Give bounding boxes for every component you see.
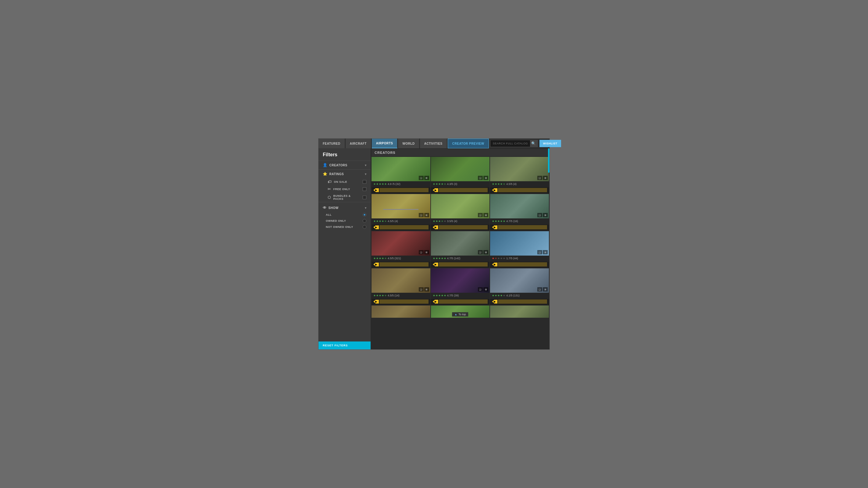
bundle-icon: ⬡ [328, 195, 331, 199]
item-4-ctrl-2[interactable]: ⊞ [424, 213, 429, 217]
item-2-info: ★ ★ ★ ★ ★ 4.3/5 (3) [431, 181, 490, 187]
show-owned-label: OWNED ONLY [326, 219, 346, 222]
star-4: ★ [441, 183, 443, 186]
show-not-owned-option[interactable]: NOT OWNED ONLY [318, 224, 371, 230]
tab-aircraft[interactable]: AIRCRAFT [346, 139, 371, 148]
filter-creators-label: CREATORS [330, 164, 347, 167]
catalog-grid: CREATORS ◲ ⊞ ★ ★ ★ [371, 148, 550, 318]
catalog-item-7[interactable]: ◲ ⊞ ★ ★ ★ ★ ★ [372, 231, 430, 268]
item-4-thumbnail: ◲ ⊞ [372, 194, 430, 219]
item-9-ctrl-1[interactable]: ◲ [537, 250, 542, 254]
catalog-item-9[interactable]: ◲ ⊞ ★ ★ ★ ★ ★ [490, 231, 549, 268]
wishlist-button[interactable]: WISHLIST [539, 140, 561, 147]
item-5-ctrl-2[interactable]: ⊞ [484, 213, 488, 217]
item-8-thumbnail: ◲ ⊞ [431, 231, 490, 256]
item-6-ctrl-2[interactable]: ⊞ [543, 213, 548, 217]
tab-airports[interactable]: AIRPORTS [372, 139, 398, 148]
filter-creators-header[interactable]: 👤 CREATORS ▾ [318, 161, 371, 169]
catalog-item-13[interactable] [372, 305, 430, 318]
tab-world[interactable]: WORLD [398, 139, 419, 148]
item-1-rating: ★ ★ ★ ★ ★ 4.9 /5 (32) [373, 183, 429, 186]
item-9-footer: ▶ [490, 262, 549, 268]
search-input[interactable] [490, 142, 530, 145]
search-button[interactable]: 🔍 [530, 140, 537, 147]
item-2-ctrl-2[interactable]: ⊞ [484, 176, 488, 180]
catalog-item-3[interactable]: ◲ ⊞ ★ ★ ★ ★ ★ [490, 157, 549, 193]
catalog-item-1[interactable]: ◲ ⊞ ★ ★ ★ ★ ★ [372, 157, 430, 193]
filters-title: Filters [318, 148, 371, 161]
item-7-price-tag: ▶ [373, 263, 379, 266]
scrollbar-thumb[interactable] [548, 148, 550, 173]
tab-activities[interactable]: ACTIVITIES [420, 139, 447, 148]
item-2-rating: ★ ★ ★ ★ ★ 4.3/5 (3) [433, 183, 488, 186]
item-7-ctrl-2[interactable]: ⊞ [424, 250, 429, 254]
item-11-ctrl-2[interactable]: ⊞ [484, 287, 488, 292]
filter-ratings-header[interactable]: ⭐ RATINGS ▾ [318, 170, 371, 178]
reset-filters-button[interactable]: RESET FILTERS [318, 341, 371, 349]
item-2-ctrl-1[interactable]: ◲ [478, 176, 483, 180]
search-bar: 🔍 [490, 140, 538, 147]
item-10-ctrl-2[interactable]: ⊞ [424, 287, 429, 292]
item-9-ctrl-2[interactable]: ⊞ [543, 250, 548, 254]
to-top-label: To top [458, 313, 466, 316]
catalog-item-10[interactable]: ◲ ⊞ ★ ★ ★ ★ ★ [372, 268, 430, 305]
catalog-item-5[interactable]: ◲ ⊞ ★ ★ ★ ★ ★ [431, 194, 490, 231]
main-content: Filters 👤 CREATORS ▾ ⭐ RATINGS ▾ 🏷 [318, 148, 550, 349]
item-1-ctrl-2[interactable]: ⊞ [424, 176, 429, 180]
item-4-ctrl-1[interactable]: ◲ [419, 213, 424, 217]
item-1-ctrl-1[interactable]: ◲ [419, 176, 424, 180]
show-owned-option[interactable]: OWNED ONLY [318, 218, 371, 224]
item-8-rating-text: 4.7/5 (142) [447, 257, 461, 260]
item-7-ctrl-1[interactable]: ◲ [419, 250, 424, 254]
app-window: FEATURED AIRCRAFT AIRPORTS WORLD ACTIVIT… [318, 138, 550, 350]
catalog-item-4[interactable]: ◲ ⊞ ★ ★ ★ ★ ★ [372, 194, 430, 231]
item-11-rating: ★ ★ ★ ★ ★ 4.7/5 (39) [433, 294, 488, 297]
item-12-ctrl-1[interactable]: ◲ [537, 287, 542, 292]
catalog-item-11[interactable]: ◲ ⊞ ★ ★ ★ ★ ★ [431, 268, 490, 305]
item-5-price-tag: ▶ [433, 225, 438, 229]
item-12-ctrl-2[interactable]: ⊞ [543, 287, 548, 292]
item-5-ctrl-1[interactable]: ◲ [478, 213, 483, 217]
catalog-item-8[interactable]: ◲ ⊞ ★ ★ ★ ★ ★ [431, 231, 490, 268]
filter-free-only-label: FREE ONLY [334, 188, 350, 191]
item-8-price-tag: ▶ [433, 263, 438, 266]
filter-on-sale-row[interactable]: 🏷 ON SALE [318, 178, 371, 186]
tab-featured[interactable]: FEATURED [318, 139, 345, 148]
item-11-ctrl-1[interactable]: ◲ [478, 287, 483, 292]
show-all-option[interactable]: ALL [318, 212, 371, 218]
item-9-rating: ★ ★ ★ ★ ★ 1.7/5 (44) [492, 257, 547, 260]
tab-creator-preview[interactable]: CREATOR PREVIEW [448, 139, 489, 148]
item-4-rating-text: 4.5/5 (4) [388, 220, 398, 223]
bundles-checkbox[interactable] [363, 196, 366, 199]
creators-section-header: CREATORS [372, 149, 549, 156]
item-6-rating: ★ ★ ★ ★ ★ 4.7/5 (16) [492, 220, 547, 223]
nav-bar: FEATURED AIRCRAFT AIRPORTS WORLD ACTIVIT… [318, 139, 550, 148]
show-not-owned-radio[interactable] [363, 225, 366, 229]
on-sale-checkbox[interactable] [363, 180, 366, 184]
item-12-thumbnail: ◲ ⊞ [490, 268, 549, 293]
item-8-ctrl-2[interactable]: ⊞ [484, 250, 488, 254]
item-10-ctrl-1[interactable]: ◲ [419, 287, 424, 292]
item-9-rating-text: 1.7/5 (44) [506, 257, 518, 260]
item-7-info: ★ ★ ★ ★ ★ 4.5/5 (321) [372, 256, 430, 262]
item-5-rating-text: 3.5/5 (4) [447, 220, 458, 223]
free-only-checkbox[interactable] [363, 187, 366, 191]
filter-bundles-row[interactable]: ⬡ BUNDLES & PACKS [318, 193, 371, 202]
item-3-ctrl-2[interactable]: ⊞ [543, 176, 548, 180]
filter-free-only-row[interactable]: ✂ FREE ONLY [318, 186, 371, 193]
item-8-ctrl-1[interactable]: ◲ [478, 250, 483, 254]
catalog-area[interactable]: CREATORS ◲ ⊞ ★ ★ ★ [371, 148, 550, 349]
item-5-info: ★ ★ ★ ★ ★ 3.5/5 (4) [431, 219, 490, 225]
catalog-item-15[interactable] [490, 305, 549, 318]
chevron-down-icon-2: ▾ [365, 172, 367, 176]
catalog-item-2[interactable]: ◲ ⊞ ★ ★ ★ ★ ★ [431, 157, 490, 193]
catalog-item-12[interactable]: ◲ ⊞ ★ ★ ★ ★ ★ [490, 268, 549, 305]
catalog-item-14[interactable]: ▲ To top [431, 305, 490, 318]
show-owned-radio[interactable] [363, 219, 366, 223]
item-3-ctrl-1[interactable]: ◲ [537, 176, 542, 180]
show-header[interactable]: 👁 SHOW ▾ [318, 204, 371, 212]
item-6-ctrl-1[interactable]: ◲ [537, 213, 542, 217]
item-9-info: ★ ★ ★ ★ ★ 1.7/5 (44) [490, 256, 549, 262]
show-all-radio[interactable] [363, 213, 366, 217]
catalog-item-6[interactable]: ◲ ⊞ ★ ★ ★ ★ ★ [490, 194, 549, 231]
